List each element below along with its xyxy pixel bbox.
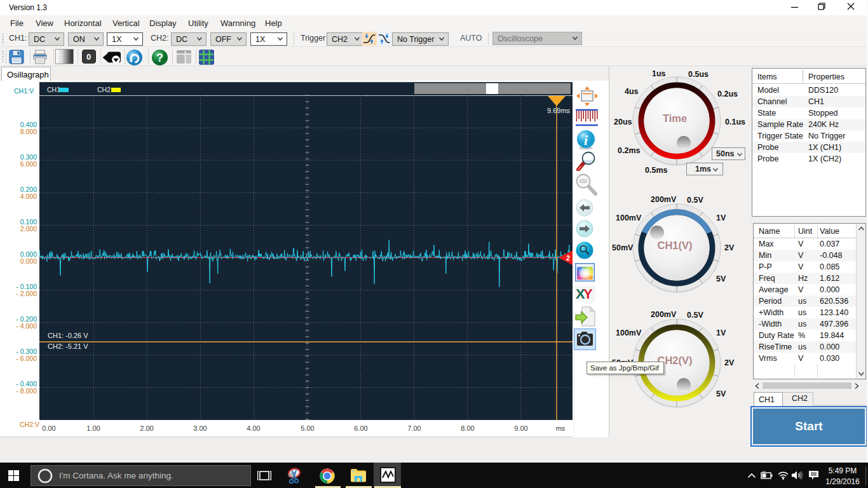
svg-text:CH1: -0.26 V: CH1: -0.26 V <box>48 332 88 339</box>
svg-text:?: ? <box>156 51 163 64</box>
svg-text:CH1: CH1 <box>47 86 60 93</box>
svg-text:2: 2 <box>566 254 570 262</box>
svg-text:CH2: CH2 <box>97 86 111 93</box>
svg-text:i: i <box>584 132 588 148</box>
svg-text:Time: Time <box>663 112 687 124</box>
svg-text:CH2: -5.21 V: CH2: -5.21 V <box>48 342 88 350</box>
svg-text:9.69ms: 9.69ms <box>547 107 571 114</box>
svg-text:CH1(V): CH1(V) <box>657 240 692 251</box>
